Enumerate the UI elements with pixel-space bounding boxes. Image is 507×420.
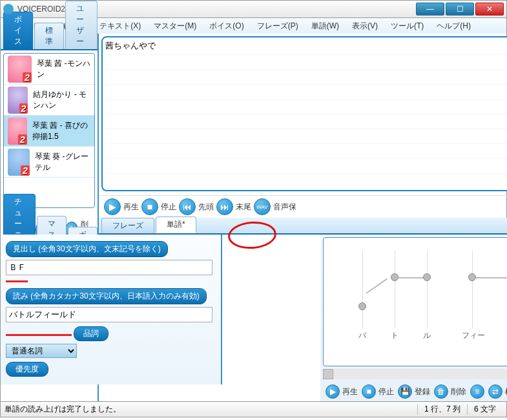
convert-icon: ⇄ (488, 384, 502, 399)
avatar: 2 (8, 87, 28, 114)
menu-word[interactable]: 単語(W) (307, 19, 343, 33)
save-wav-button[interactable]: WAV音声保 (254, 198, 296, 215)
skip-back-icon: ⏮ (179, 198, 196, 215)
menu-voice[interactable]: ボイス(O) (205, 19, 247, 33)
trash-icon: 🗑 (434, 384, 448, 399)
menu-help[interactable]: ヘルプ(H) (433, 19, 475, 33)
menu-tool[interactable]: ツール(T) (387, 19, 428, 33)
hinshi-select[interactable]: 普通名詞 (6, 344, 77, 358)
play-icon: ▶ (104, 198, 121, 215)
voice-item[interactable]: 2 琴葉 茜 - 喜びの抑揚1.5 (4, 116, 94, 147)
head-label: 先頭 (198, 202, 214, 213)
pitch-delete-button[interactable]: 🗑削除 (434, 384, 466, 399)
voice-item[interactable]: 2 琴葉 茜 -モンハン (4, 54, 94, 85)
yomi-input[interactable] (6, 307, 212, 322)
pitch-label: ル (423, 330, 431, 341)
tab-word[interactable]: 単語* (156, 216, 196, 233)
pitch-play-button[interactable]: ▶再生 (326, 384, 358, 399)
label: 再生 (342, 386, 358, 397)
yomi-label: 読み (全角カタカナ30文字以内、日本語入力のみ有効) (6, 288, 207, 304)
label: 登録 (415, 386, 430, 397)
pitch-stop-button[interactable]: ■停止 (362, 384, 394, 399)
pitch-scrollbar[interactable] (323, 369, 507, 379)
head-button[interactable]: ⏮先頭 (179, 198, 214, 215)
tab-phrase[interactable]: フレーズ (101, 218, 154, 233)
statusbar: 単語の読み上げは完了しました。 1 行、7 列 6 文字 (0, 402, 507, 417)
list-icon: ≡ (470, 384, 484, 399)
text-editor[interactable]: 茜ちゃんやで (101, 36, 507, 191)
window-close-button[interactable]: ✕ (475, 3, 504, 16)
play-icon: ▶ (326, 384, 340, 399)
label: 削除 (451, 386, 466, 397)
pitch-editor[interactable]: バ ト ル フィー ル ド (323, 237, 507, 366)
status-message: 単語の読み上げは完了しました。 (5, 404, 417, 415)
stop-icon: ■ (362, 384, 376, 399)
menu-view[interactable]: 表示(V) (348, 19, 382, 33)
stop-button[interactable]: ■停止 (141, 198, 176, 215)
pitch-label: ト (391, 330, 398, 341)
stop-label: 停止 (161, 202, 176, 213)
stop-icon: ■ (141, 198, 158, 215)
menu-phrase[interactable]: フレーズ(P) (253, 19, 302, 33)
label: 停止 (378, 386, 394, 397)
tab-standard[interactable]: 標準 (34, 23, 64, 49)
voice-item[interactable]: 2 琴葉 葵 -グレーテル (4, 147, 94, 178)
pitch-label: バ (358, 330, 366, 341)
voice-tabbar: ボイス 標準 ユーザー (1, 34, 98, 50)
voice-name: 琴葉 葵 -グレーテル (35, 151, 90, 173)
app-icon (3, 4, 14, 14)
savewav-label: 音声保 (273, 202, 296, 213)
tail-label: 末尾 (236, 202, 251, 213)
midashi-input[interactable] (6, 260, 212, 275)
play-label: 再生 (123, 202, 139, 213)
avatar: 2 (8, 118, 27, 145)
voice-name: 結月ゆかり - モンハン (33, 89, 90, 111)
voice-name: 琴葉 茜 - 喜びの抑揚1.5 (32, 120, 90, 142)
midashi-label: 見出し (全角30文字以内、文末記号を除く) (6, 241, 168, 257)
tab-user[interactable]: ユーザー (65, 1, 98, 49)
voice-name: 琴葉 茜 -モンハン (37, 58, 90, 80)
menu-text[interactable]: テキスト(X) (96, 19, 145, 33)
save-icon: 💾 (398, 384, 412, 399)
tab-voice[interactable]: ボイス (3, 12, 33, 49)
text-input[interactable]: 茜ちゃんやで (105, 40, 507, 187)
tail-button[interactable]: ⏭末尾 (216, 198, 251, 215)
status-position: 1 行、7 列 (417, 404, 467, 415)
avatar: 2 (8, 149, 30, 176)
menu-master[interactable]: マスター(M) (150, 19, 200, 33)
tuning-tabbar-2: フレーズ 単語* (99, 218, 507, 235)
status-chars: 6 文字 (467, 404, 502, 415)
priority-label: 優先度 (6, 362, 48, 377)
list-button[interactable]: ≡ (470, 384, 484, 399)
wav-icon: WAV (254, 198, 271, 215)
pitch-label: フィー (462, 330, 485, 341)
voice-item[interactable]: 2 結月ゆかり - モンハン (4, 85, 94, 116)
window-maximize-button[interactable]: ☐ (446, 3, 474, 16)
play-button[interactable]: ▶再生 (104, 198, 139, 215)
window-minimize-button[interactable]: — (416, 3, 444, 16)
register-button[interactable]: 💾登録 (398, 384, 430, 399)
convert-button[interactable]: ⇄標準語に変換ﾘ (488, 384, 507, 399)
hinshi-label: 品詞 (74, 326, 109, 341)
voice-list[interactable]: 2 琴葉 茜 -モンハン 2 結月ゆかり - モンハン 2 琴葉 茜 - 喜びの… (3, 53, 95, 208)
avatar: 2 (8, 56, 32, 83)
scroll-left-icon[interactable] (323, 369, 333, 379)
skip-forward-icon: ⏭ (216, 198, 233, 215)
